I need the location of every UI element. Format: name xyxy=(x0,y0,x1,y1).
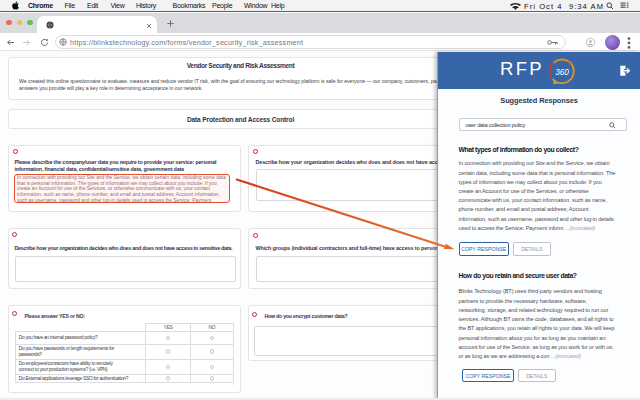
svg-text:360: 360 xyxy=(555,67,569,76)
